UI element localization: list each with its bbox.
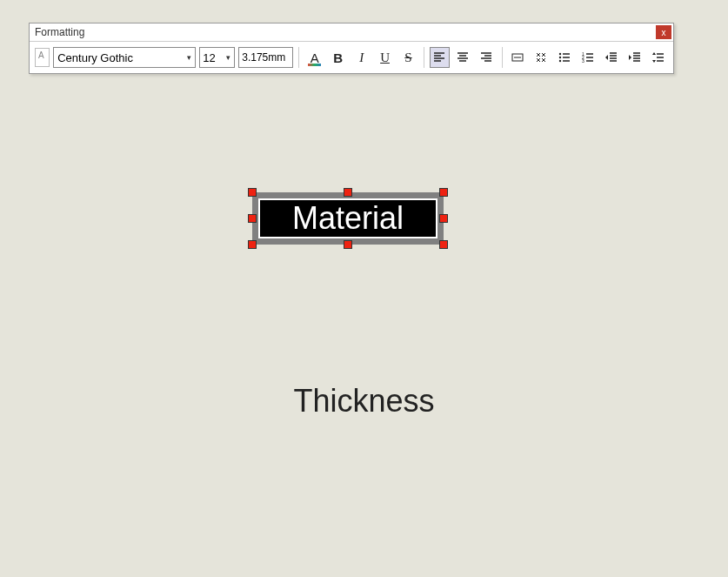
- svg-point-3: [559, 60, 561, 62]
- align-center-button[interactable]: [453, 47, 473, 68]
- close-button[interactable]: x: [656, 25, 671, 39]
- fit-text-icon: [511, 50, 524, 64]
- measurement-input[interactable]: 3.175mm: [238, 47, 293, 68]
- svg-point-1: [559, 53, 561, 55]
- resize-handle-se[interactable]: [439, 240, 448, 249]
- increase-indent-icon: [628, 50, 642, 64]
- separator: [502, 47, 503, 68]
- resize-handle-w[interactable]: [248, 214, 257, 223]
- octagon-shape: [116, 84, 576, 544]
- font-family-value: Century Gothic: [54, 51, 183, 64]
- bullet-list-button[interactable]: [554, 47, 574, 68]
- bold-button[interactable]: B: [328, 47, 348, 68]
- svg-text:3: 3: [582, 58, 584, 64]
- align-right-button[interactable]: [477, 47, 497, 68]
- separator: [424, 47, 424, 68]
- font-size-select[interactable]: 12 ▾: [199, 47, 235, 68]
- toolbar-titlebar[interactable]: Formatting x: [30, 23, 673, 42]
- full-justify-icon: [534, 50, 548, 64]
- align-left-icon: [432, 50, 446, 64]
- font-color-button[interactable]: A: [304, 47, 324, 68]
- full-justify-button[interactable]: [531, 47, 551, 68]
- separator: [298, 47, 299, 68]
- material-label: Material: [292, 200, 404, 237]
- decrease-indent-button[interactable]: [601, 47, 621, 68]
- resize-handle-s[interactable]: [344, 240, 352, 249]
- fit-text-button[interactable]: [508, 47, 528, 68]
- align-center-icon: [456, 50, 470, 64]
- toolbar-title: Formatting: [35, 26, 84, 38]
- material-text-box: Material: [258, 198, 437, 238]
- underline-button[interactable]: U: [375, 47, 395, 68]
- italic-button[interactable]: I: [351, 47, 371, 68]
- selected-text-frame[interactable]: Material: [252, 192, 444, 245]
- chevron-down-icon[interactable]: ▾: [222, 53, 234, 62]
- resize-handle-e[interactable]: [439, 214, 448, 223]
- increase-indent-button[interactable]: [624, 47, 645, 68]
- formatting-toolbar: Formatting x Century Gothic ▾ 12 ▾ 3.175…: [29, 23, 674, 74]
- resize-handle-ne[interactable]: [439, 188, 448, 197]
- drawing-canvas[interactable]: [0, 0, 728, 577]
- resize-handle-n[interactable]: [344, 188, 352, 197]
- line-spacing-button[interactable]: [648, 47, 668, 68]
- resize-handle-nw[interactable]: [248, 188, 257, 197]
- chevron-down-icon[interactable]: ▾: [183, 53, 195, 62]
- numbered-list-button[interactable]: 123: [578, 47, 598, 68]
- toolbar-row: Century Gothic ▾ 12 ▾ 3.175mm A B I U S: [30, 42, 673, 73]
- thickness-label[interactable]: Thickness: [0, 383, 728, 419]
- line-spacing-icon: [651, 50, 665, 64]
- decrease-indent-icon: [604, 50, 618, 64]
- align-left-button[interactable]: [430, 47, 450, 68]
- strikethrough-button[interactable]: S: [398, 47, 418, 68]
- resize-handle-sw[interactable]: [248, 240, 257, 249]
- numbered-list-icon: 123: [581, 50, 595, 64]
- align-right-icon: [479, 50, 493, 64]
- bullet-list-icon: [558, 50, 571, 64]
- font-family-select[interactable]: Century Gothic ▾: [53, 47, 196, 68]
- svg-point-2: [559, 57, 561, 58]
- text-style-icon[interactable]: [35, 48, 50, 67]
- font-size-value: 12: [200, 51, 222, 64]
- font-color-letter: A: [311, 50, 319, 65]
- measurement-value: 3.175mm: [242, 51, 285, 64]
- color-bar-icon: [308, 64, 321, 66]
